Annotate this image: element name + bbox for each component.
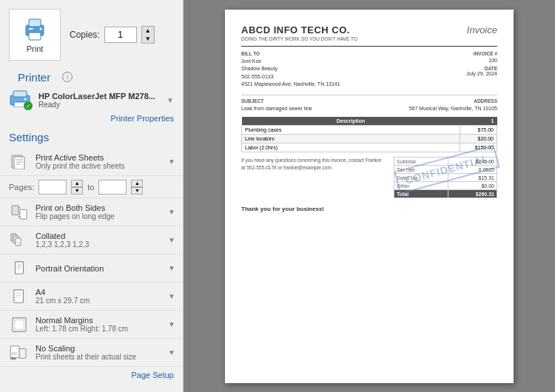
scaling-text: No Scaling Print sheets at their actual … [36,344,162,361]
subject-value: Leak from damaged sewer line [241,105,312,113]
row3-desc: Labor (2.0hrs) [242,143,460,152]
pages-label: Pages: [9,183,34,192]
client-info: Joni Koe Shadow Beauty 502-555-0133 4521… [241,58,364,89]
settings-title: Settings [0,128,183,146]
margins-main: Normal Margins [36,316,162,325]
subtotal-value: $245.00 [448,158,497,166]
totals-row: Other $0.00 [394,182,497,190]
svg-rect-15 [20,209,27,219]
row2-amt: $20.00 [460,135,497,143]
copies-down-button[interactable]: ▼ [142,35,154,43]
client-address: 4521 Maplewood Ave, Nashville, TN 13141 [241,81,340,87]
svg-rect-6 [13,91,27,97]
pages-to-down[interactable]: ▼ [131,187,143,195]
svg-rect-1 [29,19,41,27]
setting-sides[interactable]: Print on Both Sides Flip pages on long e… [0,198,183,226]
orientation-svg-icon [10,261,28,276]
setting-sheets[interactable]: Print Active Sheets Only print the activ… [0,148,183,176]
collated-dropdown-arrow: ▼ [168,236,175,244]
subtotal-label: Subtotal [394,158,448,166]
company-name: ABCD INFO TECH CO. [241,24,357,36]
setting-scaling[interactable]: 100 No Scaling Print sheets at their act… [0,339,183,367]
pages-to-up[interactable]: ▲ [131,180,143,187]
totals-row: Subtotal $245.00 [394,158,497,166]
preview-panel: ABCD INFO TECH CO. DOING THE DIRTY WORK … [184,0,555,392]
print-label: Print [27,44,44,53]
svg-text:100: 100 [11,351,17,355]
bill-to-label: BILL TO [241,51,364,56]
table-header-description: Description [242,117,460,126]
invoice-totals: Subtotal $245.00 Tax rate 0.0625 Sales t… [394,157,497,198]
pages-from-down[interactable]: ▼ [71,187,83,195]
pages-from-spinner: ▲ ▼ [71,180,83,195]
printer-properties-link[interactable]: Printer Properties [110,114,174,123]
scaling-sub: Print sheets at their actual size [36,353,162,361]
other-label: Other [394,182,448,190]
address-label: ADDRESS [409,98,497,104]
sheets-text: Print Active Sheets Only print the activ… [36,153,162,170]
setting-paper[interactable]: A4 21 cm x 29.7 cm ▼ [0,283,183,311]
margins-svg-icon [10,317,28,332]
pages-to-spinner: ▲ ▼ [131,180,143,195]
date-value: July 29, 2024 [374,71,497,76]
printer-info: HP ColorLaserJet MFP M278... Ready [38,92,161,109]
printer-properties-link-row: Printer Properties [0,113,183,128]
paper-text: A4 21 cm x 29.7 cm [36,288,162,305]
pages-to-label: to [87,183,94,192]
svg-rect-31 [19,348,26,358]
table-row: Plumbing cases $75.00 [242,126,497,135]
page-setup-link[interactable]: Page Setup [132,371,175,379]
paper-svg-icon [10,289,28,304]
svg-rect-2 [29,33,41,40]
total-label: Total [394,190,448,198]
invoice-header: ABCD INFO TECH CO. DOING THE DIRTY WORK … [241,24,497,41]
sheets-icon [9,155,30,169]
paper-icon [9,289,30,304]
printer-status: Ready [38,101,161,109]
svg-rect-10 [14,157,24,169]
setting-orientation[interactable]: Portrait Orientation ▼ [0,254,183,283]
sides-dropdown-arrow: ▼ [168,208,175,216]
header-divider [241,46,497,47]
table-row: Labor (2.0hrs) $150.00 [242,143,497,152]
copies-section: Copies: ▲ ▼ [70,26,155,44]
sheets-dropdown-arrow: ▼ [168,158,175,166]
invoice-bill-row: BILL TO Joni Koe Shadow Beauty 502-555-0… [241,51,497,89]
subject-col: SUBJECT Leak from damaged sewer line [241,98,312,113]
margins-sub: Left: 1.78 cm Right: 1.78 cm [36,325,162,333]
scaling-icon: 100 [9,345,30,360]
print-icon [21,16,48,43]
page-setup-link-row: Page Setup [0,367,183,383]
table-row: Line locators $20.00 [242,135,497,143]
svg-point-8 [24,98,27,101]
salestax-value: $15.31 [448,174,497,182]
row3-amt: $150.00 [460,143,497,152]
pages-from-up[interactable]: ▲ [71,180,83,187]
pages-row: Pages: ▲ ▼ to ▲ ▼ [0,176,183,198]
left-panel: Print Copies: ▲ ▼ Printer i ✓ [0,0,184,392]
info-icon[interactable]: i [62,72,73,82]
printer-title: Printer [9,68,59,85]
collated-sub: 1,2,3 1,2,3 1,2,3 [36,240,162,249]
copies-up-button[interactable]: ▲ [142,27,154,35]
setting-margins[interactable]: Normal Margins Left: 1.78 cm Right: 1.78… [0,311,183,339]
copies-spinner: ▲ ▼ [141,26,155,44]
invoice-bottom: If you have any questions concerning thi… [241,157,497,198]
paper-sub: 21 cm x 29.7 cm [36,297,162,305]
total-row: Total $260.31 [394,190,497,198]
svg-rect-3 [29,28,33,30]
sheets-main: Print Active Sheets [36,153,162,162]
client-phone: 502-555-0133 [241,74,274,79]
subject-label: SUBJECT [241,98,312,104]
pages-from-input[interactable] [38,180,67,195]
client-company: Shadow Beauty [241,66,278,71]
printer-ready-badge: ✓ [24,101,33,110]
printer-selector[interactable]: ✓ HP ColorLaserJet MFP M278... Ready ▼ [0,87,183,113]
scaling-svg-icon: 100 [9,345,30,360]
pages-to-input[interactable] [98,180,127,195]
address-col: ADDRESS 567 Musical Way, Nashville, TN 1… [409,98,497,113]
print-button[interactable]: Print [9,9,61,61]
copies-input[interactable] [104,27,137,43]
setting-collated[interactable]: 3 Collated 1,2,3 1,2,3 1,2,3 ▼ [0,226,183,254]
invoice-type: Invoice [467,24,497,36]
